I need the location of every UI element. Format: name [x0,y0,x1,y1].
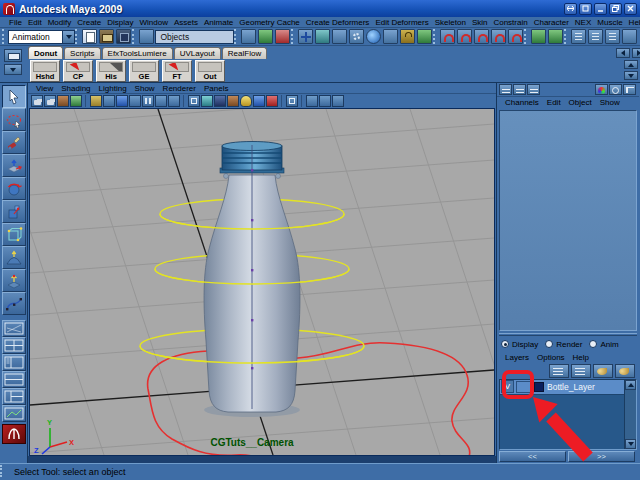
single-pane-layout-button[interactable] [2,320,26,337]
menu-muscle[interactable]: Muscle [594,18,625,27]
channel-menu-channels[interactable]: Channels [501,98,543,107]
snap-to-view-plane-icon[interactable] [491,29,506,44]
toolbar-grip[interactable] [75,29,79,44]
pager-prev-button[interactable]: << [499,451,566,462]
menu-constrain[interactable]: Constrain [490,18,530,27]
scale-tool[interactable] [2,200,26,223]
snap-to-point-icon[interactable] [474,29,489,44]
shelf-tab-donut[interactable]: Donut [28,46,63,59]
toolbar-grip[interactable] [234,29,238,44]
toolbar-grip[interactable] [433,29,437,44]
plus-icon[interactable] [298,29,313,44]
viewport-menu-shading[interactable]: Shading [57,84,94,93]
viewport-canvas[interactable]: CGTuts__Camera Y X Z [29,108,495,456]
input-connections-icon[interactable] [531,29,546,44]
radio-render[interactable]: Render [545,340,582,349]
panel-divider[interactable] [499,333,637,336]
menu-window[interactable]: Window [137,18,171,27]
snap-to-surface-icon[interactable] [508,29,523,44]
show-manipulator-tool[interactable] [2,269,26,292]
shelf-button-out[interactable]: Out [195,60,225,82]
layer-color-swatch[interactable] [534,382,544,392]
menu-modify[interactable]: Modify [45,18,75,27]
select-by-component-icon[interactable] [275,29,290,44]
layer-menu-options[interactable]: Options [533,353,569,362]
channel-menu-show[interactable]: Show [596,98,624,107]
shelf-button-his[interactable]: His [96,60,126,82]
snap-to-grid-icon[interactable] [440,29,455,44]
menu-display[interactable]: Display [104,18,136,27]
move-layer-down-icon[interactable] [571,364,591,378]
menu-edit[interactable]: Edit [25,18,45,27]
construction-history-icon[interactable] [571,29,586,44]
xray-icon[interactable] [168,95,180,107]
grease-pencil-icon[interactable] [57,95,69,107]
film-gate-icon[interactable] [90,95,102,107]
channel-layout-icon-2[interactable] [513,84,526,95]
menu-skeleton[interactable]: Skeleton [432,18,469,27]
menu-nex[interactable]: NEX [572,18,594,27]
radio-anim[interactable]: Anim [589,340,618,349]
toolbar-grip[interactable] [524,29,528,44]
lock-selection-icon[interactable] [400,29,415,44]
universal-manipulator-tool[interactable] [2,223,26,246]
selection-mask-field[interactable]: Objects [155,30,234,44]
move-tool[interactable] [2,154,26,177]
select-by-object-icon[interactable] [258,29,273,44]
layer-menu-help[interactable]: Help [569,353,593,362]
ik-icon[interactable] [383,29,398,44]
color-wheel-icon[interactable] [595,84,608,95]
new-scene-icon[interactable] [82,29,97,44]
minimize-button[interactable] [594,3,607,15]
menu-animate[interactable]: Animate [201,18,236,27]
layer-menu-layers[interactable]: Layers [501,353,533,362]
shelf-scroll-down-icon[interactable] [624,71,638,80]
rotate-tool[interactable] [2,177,26,200]
radio-display[interactable]: Display [501,340,538,349]
scroll-down-icon[interactable] [625,439,636,449]
two-pane-side-layout-button[interactable] [2,354,26,371]
layer-scrollbar[interactable] [624,380,636,449]
shelf-tab-scripts[interactable]: Scripts [64,47,100,59]
select-tool[interactable] [2,85,26,108]
two-pane-stacked-layout-button[interactable] [2,371,26,388]
light-bulb-icon[interactable] [240,95,252,107]
pager-next-button[interactable]: >> [568,451,635,462]
menu-edit-deformers[interactable]: Edit Deformers [372,18,431,27]
shelf-scroll-up-icon[interactable] [624,60,638,69]
shelf-button-ft[interactable]: FT [162,60,192,82]
last-tool[interactable] [2,292,26,315]
lasso-tool[interactable] [2,108,26,131]
navy-cube-icon[interactable] [214,95,226,107]
shelf-scroll-right-icon[interactable] [632,48,640,58]
paint-select-tool[interactable] [2,131,26,154]
save-scene-icon[interactable] [116,29,131,44]
viewport-menu-panels[interactable]: Panels [200,84,232,93]
render-globe-icon[interactable] [366,29,381,44]
shelf-menu-icon[interactable] [4,49,22,62]
outliner-pane-layout-button[interactable] [2,388,26,405]
toolbar-grip[interactable] [132,29,136,44]
clock-icon[interactable] [609,84,622,95]
toolbar-grip[interactable] [564,29,568,44]
menu-set-selector[interactable]: Animation [8,30,75,44]
shelf-button-cp[interactable]: CP [63,60,93,82]
highlight-selection-icon[interactable] [417,29,432,44]
menu-geometry-cache[interactable]: Geometry Cache [236,18,302,27]
viewport-menu-view[interactable]: View [32,84,57,93]
menu-file[interactable]: File [6,18,25,27]
menu-help[interactable]: Help [626,18,640,27]
character-icon[interactable] [332,95,344,107]
output-connections-icon[interactable] [548,29,563,44]
restore-button[interactable] [609,3,622,15]
layer-visibility-toggle[interactable]: V [501,380,514,393]
scroll-up-icon[interactable] [625,380,636,390]
camera-icon[interactable] [31,95,43,107]
use-default-material-icon[interactable] [142,95,154,107]
shelf-scroll-left-icon[interactable] [616,48,630,58]
close-button[interactable] [624,3,637,15]
channel-menu-edit[interactable]: Edit [543,98,565,107]
menu-create[interactable]: Create [74,18,104,27]
selection-mask-icon[interactable] [139,29,154,44]
viewport-menu-renderer[interactable]: Renderer [159,84,200,93]
